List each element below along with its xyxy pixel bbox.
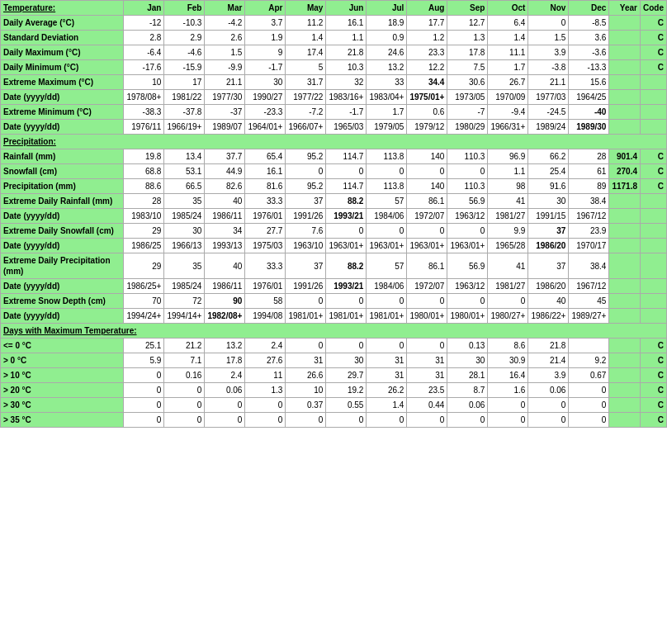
cell: 1.1 — [326, 31, 367, 45]
table-row: Extreme Daily Rainfall (mm)28354033.3378… — [1, 194, 667, 209]
cell: 1977/22 — [286, 90, 326, 105]
cell: 1970/17 — [569, 239, 609, 253]
cell: 140 — [407, 149, 447, 164]
cell: 1965/28 — [488, 239, 528, 253]
col-header-label: Temperature: — [1, 1, 124, 16]
cell: 90 — [205, 294, 245, 309]
cell: 2.8 — [124, 31, 164, 45]
row-label: Date (yyyy/dd) — [1, 120, 124, 135]
cell: C — [641, 31, 667, 45]
cell: 1994/08 — [245, 309, 286, 324]
cell — [641, 224, 667, 239]
cell: 1986/22+ — [528, 309, 569, 324]
cell: 1963/01+ — [447, 239, 488, 253]
cell: 86.1 — [407, 194, 447, 209]
cell: 1981/01+ — [286, 309, 326, 324]
cell: 0 — [286, 164, 326, 179]
cell: 1970/09 — [488, 90, 528, 105]
cell: 0 — [367, 413, 407, 428]
cell: 1.4 — [286, 31, 326, 45]
table-row: > 10 °C00.162.41126.629.7313128.116.43.9… — [1, 368, 667, 383]
cell: -15.9 — [164, 60, 205, 75]
row-label: Standard Deviation — [1, 31, 124, 45]
cell: 33.3 — [245, 253, 286, 279]
cell: 3.9 — [528, 368, 569, 383]
cell: 21.4 — [528, 353, 569, 368]
cell: 21.8 — [326, 45, 367, 60]
cell: -3.8 — [528, 60, 569, 75]
cell: 0 — [124, 413, 164, 428]
cell: 114.7 — [326, 149, 367, 164]
cell: 0 — [407, 294, 447, 309]
cell: 27.6 — [245, 353, 286, 368]
cell — [609, 90, 641, 105]
row-label: Precipitation (mm) — [1, 179, 124, 194]
cell: 23.3 — [407, 45, 447, 60]
col-header-oct: Oct — [488, 1, 528, 16]
row-label: > 35 °C — [1, 413, 124, 428]
cell: -7.2 — [286, 105, 326, 120]
cell: -4.2 — [205, 16, 245, 31]
table-row: Date (yyyy/dd)1994/24+1994/14+1982/08+19… — [1, 309, 667, 324]
table-row: <= 0 °C25.121.213.22.400000.138.621.8C — [1, 339, 667, 353]
cell: 86.1 — [407, 253, 447, 279]
row-label: Daily Average (°C) — [1, 16, 124, 31]
cell: 40 — [528, 294, 569, 309]
cell: 9.9 — [488, 224, 528, 239]
cell: 0 — [286, 413, 326, 428]
cell: 1990/27 — [245, 90, 286, 105]
cell: 35 — [164, 194, 205, 209]
cell: 1.3 — [447, 31, 488, 45]
cell: 37 — [528, 253, 569, 279]
cell: 1980/27+ — [488, 309, 528, 324]
cell: 0 — [528, 413, 569, 428]
cell: 3.6 — [569, 31, 609, 45]
cell: 1976/01 — [245, 279, 286, 294]
cell: 13.4 — [164, 149, 205, 164]
cell: 18.9 — [367, 16, 407, 31]
table-row: Snowfall (cm)68.853.144.916.1000001.125.… — [1, 164, 667, 179]
cell: 30.9 — [488, 353, 528, 368]
cell: 17.8 — [205, 353, 245, 368]
table-row: Date (yyyy/dd)1976/111966/19+1989/071964… — [1, 120, 667, 135]
cell: 1978/08+ — [124, 90, 164, 105]
cell: 98 — [488, 179, 528, 194]
cell: 0 — [407, 224, 447, 239]
cell — [609, 309, 641, 324]
cell: 33.3 — [245, 194, 286, 209]
table-row: Rainfall (mm)19.813.437.765.495.2114.711… — [1, 149, 667, 164]
cell: 8.7 — [447, 383, 488, 398]
cell: 1993/13 — [205, 239, 245, 253]
cell: 0 — [407, 339, 447, 353]
row-label: Snowfall (cm) — [1, 164, 124, 179]
cell: 1983/04+ — [367, 90, 407, 105]
col-header-mar: Mar — [205, 1, 245, 16]
cell: 37 — [286, 253, 326, 279]
cell: 0 — [569, 413, 609, 428]
cell: 1985/24 — [164, 279, 205, 294]
cell: 57 — [367, 253, 407, 279]
cell: 1977/03 — [528, 90, 569, 105]
cell: 113.8 — [367, 149, 407, 164]
cell: 0 — [447, 164, 488, 179]
cell: 1972/07 — [407, 209, 447, 224]
row-label: Extreme Daily Precipitation (mm) — [1, 253, 124, 279]
row-label: Date (yyyy/dd) — [1, 239, 124, 253]
cell: 1.5 — [528, 31, 569, 45]
cell: 0 — [124, 398, 164, 413]
col-header-apr: Apr — [245, 1, 286, 16]
cell: -13.3 — [569, 60, 609, 75]
cell: 1.6 — [488, 383, 528, 398]
cell — [641, 294, 667, 309]
cell: 32 — [326, 75, 367, 90]
cell: 53.1 — [164, 164, 205, 179]
cell: 31 — [367, 368, 407, 383]
cell: C — [641, 383, 667, 398]
cell: 34.4 — [407, 75, 447, 90]
cell: 110.3 — [447, 149, 488, 164]
cell: 35 — [164, 253, 205, 279]
cell: -1.7 — [245, 60, 286, 75]
cell: 1976/01 — [245, 209, 286, 224]
col-header-dec: Dec — [569, 1, 609, 16]
cell: 45 — [569, 294, 609, 309]
